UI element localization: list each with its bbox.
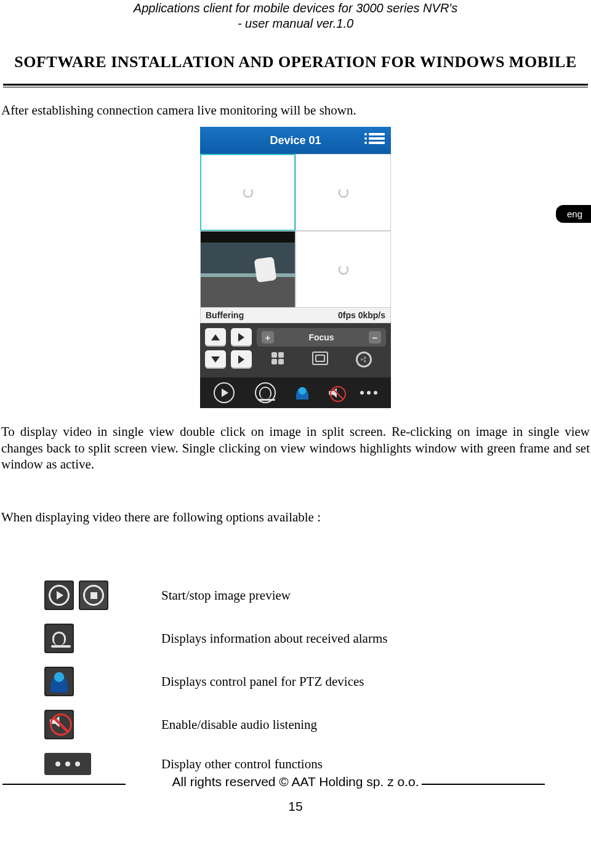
more-button[interactable]	[360, 391, 377, 395]
video-cell-2[interactable]	[296, 154, 391, 231]
layout-grid-icon[interactable]	[271, 352, 284, 365]
option-desc: Enable/disable audio listening	[161, 717, 317, 733]
speaker-muted-icon	[329, 388, 340, 398]
stop-icon-tile	[79, 581, 108, 610]
more-icon-tile	[44, 753, 91, 775]
option-desc: Displays control panel for PTZ devices	[161, 674, 364, 689]
ptz-icon-tile	[44, 667, 74, 696]
loading-spinner-icon	[339, 188, 348, 198]
ptz-control-panel: + Focus −	[200, 323, 391, 377]
option-desc: Start/stop image preview	[161, 588, 291, 603]
arrow-right-icon	[238, 355, 244, 364]
footer-rights: All rights reserved © AAT Holding sp. z …	[0, 774, 591, 789]
play-icon-tile	[44, 581, 74, 610]
bottom-toolbar	[200, 377, 391, 408]
options-table: Start/stop image preview Displays inform…	[44, 581, 591, 775]
option-row-playstop: Start/stop image preview	[44, 581, 591, 610]
doc-header-line1: Applications client for mobile devices f…	[0, 1, 591, 15]
focus-label: Focus	[308, 332, 334, 342]
language-tab[interactable]: eng	[556, 205, 591, 223]
ptz-play-button[interactable]	[231, 350, 252, 369]
option-desc: Display other control functions	[161, 757, 323, 772]
paragraph-intro: After establishing connection camera liv…	[0, 102, 591, 118]
alarm-icon	[259, 387, 271, 399]
arrow-down-icon	[211, 356, 220, 363]
page-number: 15	[0, 799, 591, 814]
option-row-more: Display other control functions	[44, 753, 591, 775]
doc-header-line2: - user manual ver.1.0	[0, 17, 591, 31]
option-row-alarm: Displays information about received alar…	[44, 624, 591, 653]
video-cell-4[interactable]	[296, 231, 391, 308]
play-icon	[222, 388, 228, 397]
ptz-right-button[interactable]	[231, 328, 252, 347]
paragraph-after-shot: To display video in single view double c…	[0, 424, 591, 472]
option-row-audio: Enable/disable audio listening	[44, 710, 591, 739]
alarm-button[interactable]	[255, 382, 276, 403]
status-left: Buffering	[206, 310, 244, 320]
loading-spinner-icon	[339, 265, 348, 275]
ptz-up-button[interactable]	[205, 328, 226, 347]
mobile-screenshot: Device 01 Buffering 0fps 0kbp/s + Focus …	[200, 127, 391, 408]
section-divider	[3, 84, 588, 87]
status-right: 0fps 0kbp/s	[338, 310, 385, 320]
arrow-up-icon	[211, 334, 220, 340]
option-desc: Displays information about received alar…	[161, 631, 387, 646]
focus-plus-button[interactable]: +	[262, 331, 274, 344]
alarm-icon-tile	[44, 624, 74, 653]
audio-mute-button[interactable]	[329, 388, 340, 398]
app-header: Device 01	[200, 127, 391, 154]
audio-icon-tile	[44, 710, 74, 739]
aperture-icon[interactable]	[356, 352, 372, 368]
menu-list-icon[interactable]	[369, 133, 385, 148]
video-grid	[200, 154, 391, 308]
option-row-ptz: Displays control panel for PTZ devices	[44, 667, 591, 696]
ptz-icon	[296, 386, 309, 400]
camera-thumbnail	[201, 231, 295, 307]
focus-minus-button[interactable]: −	[369, 331, 381, 344]
status-bar: Buffering 0fps 0kbp/s	[200, 308, 391, 323]
ptz-down-button[interactable]	[205, 350, 226, 369]
video-cell-1[interactable]	[200, 154, 296, 231]
arrow-right-icon	[238, 333, 244, 342]
ptz-button[interactable]	[296, 386, 309, 400]
play-button[interactable]	[214, 382, 235, 403]
section-title: SOFTWARE INSTALLATION AND OPERATION FOR …	[0, 53, 591, 71]
paragraph-options-intro: When displaying video there are followin…	[0, 509, 591, 525]
loading-spinner-icon	[243, 188, 253, 198]
video-cell-3[interactable]	[200, 231, 296, 308]
device-title: Device 01	[270, 134, 321, 147]
fullscreen-icon[interactable]	[312, 352, 328, 365]
focus-control[interactable]: + Focus −	[257, 328, 386, 347]
